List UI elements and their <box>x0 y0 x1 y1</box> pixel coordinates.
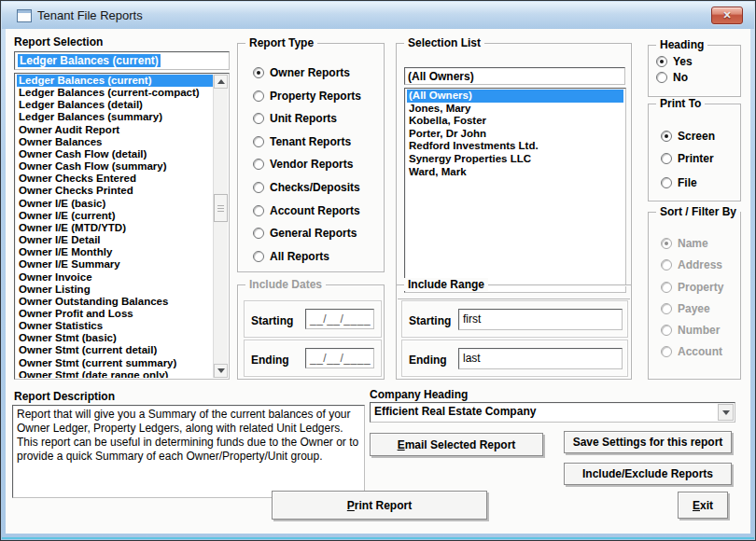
list-item[interactable]: Owner I/E (current) <box>17 210 213 222</box>
dropdown-button[interactable] <box>718 404 734 421</box>
list-item[interactable]: Owner Outstanding Balances <box>17 296 213 308</box>
radio-print-screen[interactable]: Screen <box>661 130 715 143</box>
radio-account-reports[interactable]: Account Reports <box>253 204 360 217</box>
report-selection-label: Report Selection <box>14 35 103 49</box>
report-selection-list[interactable]: Ledger Balances (current)Ledger Balances… <box>14 73 230 380</box>
email-selected-report-button[interactable]: Email Selected Report <box>370 433 543 456</box>
arrow-down-icon <box>217 368 225 373</box>
starting-range-label: Starting <box>409 314 451 327</box>
list-item[interactable]: Ledger Balances (detail) <box>17 99 213 111</box>
report-selection-combo[interactable]: Ledger Balances (current) <box>14 51 230 70</box>
radio-all-reports[interactable]: All Reports <box>253 250 329 263</box>
close-button[interactable]: ✕ <box>711 7 743 24</box>
radio-icon <box>253 113 264 124</box>
close-icon: ✕ <box>722 10 731 21</box>
list-item[interactable]: Owner I/E (MTD/YTD) <box>17 222 213 234</box>
company-heading-label: Company Heading <box>370 388 468 401</box>
list-item[interactable]: Owner Balances <box>17 136 213 148</box>
company-heading-combo[interactable]: Efficient Real Estate Company <box>370 402 735 423</box>
list-item[interactable]: Owner Cash Flow (detail) <box>17 148 213 160</box>
report-selection-items: Ledger Balances (current)Ledger Balances… <box>17 75 213 378</box>
include-exclude-reports-button[interactable]: Include/Exclude Reports <box>564 463 732 485</box>
radio-unit-reports[interactable]: Unit Reports <box>253 112 337 125</box>
list-item[interactable]: Owner Invoice <box>17 271 213 284</box>
radio-sort-account: Account <box>661 345 722 358</box>
list-item[interactable]: Owner I/E (basic) <box>17 198 213 210</box>
radio-print-printer[interactable]: Printer <box>661 152 714 165</box>
radio-icon <box>253 228 264 239</box>
selection-listbox[interactable]: (All Owners)Jones, MaryKobella, FosterPo… <box>404 88 626 293</box>
radio-icon <box>661 131 672 142</box>
heading-group: Heading Yes No <box>648 45 741 97</box>
list-item[interactable]: Owner I/E Summary <box>17 258 213 270</box>
starting-date-input[interactable]: __/__/____ <box>305 309 374 329</box>
radio-icon <box>661 238 672 249</box>
list-item[interactable]: Owner Stmt (current summary) <box>17 357 213 369</box>
list-item[interactable]: Kobella, Foster <box>407 115 623 128</box>
print-report-button[interactable]: Print Report <box>272 491 487 520</box>
report-type-group: Report Type Owner Reports Property Repor… <box>237 43 385 272</box>
list-item[interactable]: Ledger Balances (current-compact) <box>17 87 213 99</box>
radio-tenant-reports[interactable]: Tenant Reports <box>253 135 351 148</box>
list-item[interactable]: Synergy Properties LLC <box>407 153 623 166</box>
list-item[interactable]: Owner Checks Entered <box>17 173 213 185</box>
list-item[interactable]: Owner Stmt (basic) <box>17 332 213 344</box>
list-item[interactable]: Ward, Mark <box>407 166 623 179</box>
scroll-up-button[interactable] <box>214 75 228 89</box>
exit-button[interactable]: Exit <box>678 492 728 519</box>
radio-sort-number: Number <box>661 324 720 337</box>
radio-heading-yes[interactable]: Yes <box>656 55 693 68</box>
list-item[interactable]: Redford Investments Ltd. <box>407 140 623 153</box>
list-item[interactable]: Ledger Balances (current) <box>17 75 213 87</box>
starting-range-input[interactable]: first <box>458 309 623 330</box>
radio-icon <box>253 67 264 78</box>
radio-icon <box>661 303 672 314</box>
list-item[interactable]: Owner Listing <box>17 284 213 296</box>
list-item[interactable]: Owner Cash Flow (summary) <box>17 160 213 173</box>
ending-range-input[interactable]: last <box>458 348 623 369</box>
include-dates-label: Include Dates <box>245 278 326 291</box>
report-selection-combo-value: Ledger Balances (current) <box>18 54 161 67</box>
radio-vendor-reports[interactable]: Vendor Reports <box>253 158 353 171</box>
report-list-scrollbar[interactable] <box>213 75 228 378</box>
list-item[interactable]: (All Owners) <box>407 90 623 103</box>
include-dates-group: Include Dates Starting __/__/____ Ending… <box>237 284 385 380</box>
radio-checks-deposits[interactable]: Checks/Deposits <box>253 181 360 194</box>
list-item[interactable]: Owner I/E Monthly <box>17 246 213 258</box>
title-bar[interactable]: Tenant File Reports ✕ <box>2 2 754 29</box>
selection-list-label: Selection List <box>404 36 484 49</box>
radio-icon <box>661 259 672 270</box>
save-settings-button[interactable]: Save Settings for this report <box>564 431 732 453</box>
window-icon <box>17 9 32 22</box>
list-item[interactable]: Owner Statistics <box>17 320 213 332</box>
list-item[interactable]: Owner Checks Printed <box>17 185 213 197</box>
list-item[interactable]: Owner Audit Report <box>17 124 213 136</box>
radio-general-reports[interactable]: General Reports <box>253 227 357 240</box>
heading-label: Heading <box>656 38 707 51</box>
company-heading-value: Efficient Real Estate Company <box>371 403 718 422</box>
sort-filter-label: Sort / Filter By <box>656 205 740 218</box>
chevron-down-icon <box>722 410 730 415</box>
radio-heading-no[interactable]: No <box>656 71 688 84</box>
scrollbar-thumb[interactable] <box>214 194 228 222</box>
radio-property-reports[interactable]: Property Reports <box>253 90 361 103</box>
list-item[interactable]: Ledger Balances (summary) <box>17 111 213 123</box>
selection-list-items: (All Owners)Jones, MaryKobella, FosterPo… <box>407 90 623 291</box>
arrow-up-icon <box>217 79 225 84</box>
list-item[interactable]: Owner I/E Detail <box>17 234 213 246</box>
radio-sort-address: Address <box>661 258 722 271</box>
list-item[interactable]: Porter, Dr John <box>407 128 623 141</box>
report-description-box: Report that will give you a Summary of t… <box>12 405 365 498</box>
scroll-down-button[interactable] <box>214 364 228 378</box>
radio-print-file[interactable]: File <box>661 176 697 189</box>
list-item[interactable]: Owner Profit and Loss <box>17 308 213 320</box>
report-description-label: Report Description <box>14 390 115 403</box>
list-item[interactable]: Owner Stmt (current detail) <box>17 344 213 356</box>
list-item[interactable]: Owner Stmt (date range only) <box>17 369 213 378</box>
ending-range-label: Ending <box>409 354 447 367</box>
radio-owner-reports[interactable]: Owner Reports <box>253 66 350 79</box>
ending-date-input[interactable]: __/__/____ <box>305 348 374 368</box>
selection-filter-field[interactable]: (All Owners) <box>404 67 625 85</box>
radio-sort-payee: Payee <box>661 302 710 315</box>
list-item[interactable]: Jones, Mary <box>407 103 623 116</box>
